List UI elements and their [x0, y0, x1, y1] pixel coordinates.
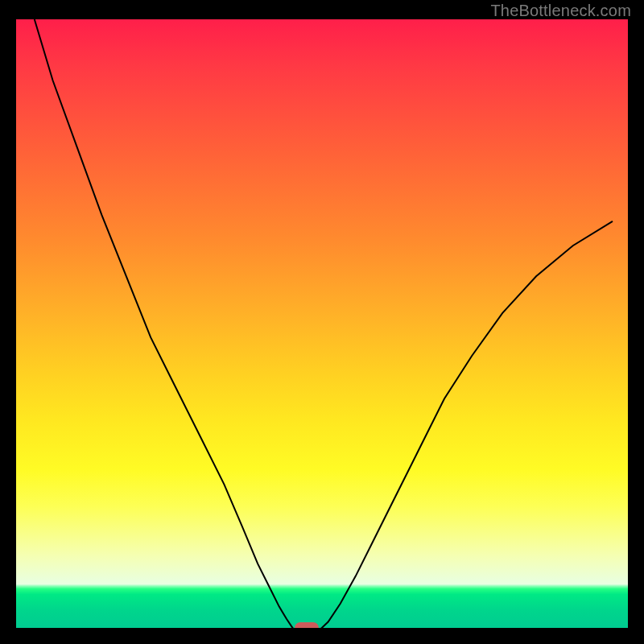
watermark-text: TheBottleneck.com: [490, 2, 631, 20]
chart-frame: TheBottleneck.com: [0, 0, 644, 644]
curve-layer: [16, 19, 628, 628]
minimum-marker: [295, 622, 319, 628]
bottleneck-curve: [35, 19, 613, 628]
plot-area: [16, 19, 628, 628]
